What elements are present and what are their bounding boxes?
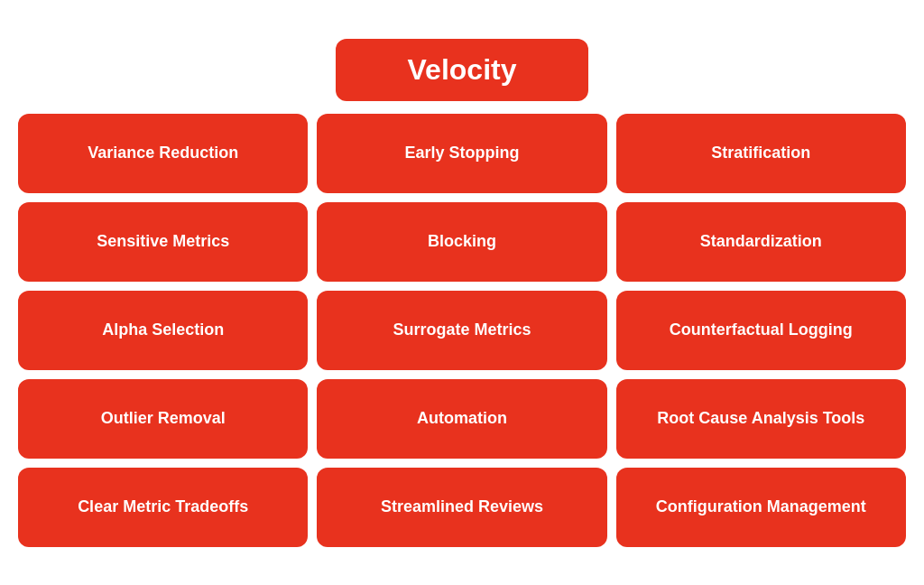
cell-clear-metric-tradeoffs: Clear Metric Tradeoffs: [18, 468, 308, 547]
cell-early-stopping: Early Stopping: [317, 114, 606, 193]
cell-outlier-removal: Outlier Removal: [18, 379, 308, 459]
feature-grid: Variance ReductionEarly StoppingStratifi…: [18, 114, 906, 547]
cell-streamlined-reviews: Streamlined Reviews: [317, 468, 606, 547]
page-container: Velocity Variance ReductionEarly Stoppin…: [0, 0, 924, 585]
cell-alpha-selection: Alpha Selection: [18, 291, 308, 370]
cell-variance-reduction: Variance Reduction: [18, 114, 308, 193]
header-section: Velocity: [18, 39, 906, 101]
cell-counterfactual-logging: Counterfactual Logging: [616, 291, 906, 370]
cell-standardization: Standardization: [616, 202, 906, 282]
cell-sensitive-metrics: Sensitive Metrics: [18, 202, 308, 282]
cell-automation: Automation: [317, 379, 606, 459]
cell-surrogate-metrics: Surrogate Metrics: [317, 291, 606, 370]
velocity-title: Velocity: [336, 39, 588, 101]
cell-configuration-management: Configuration Management: [616, 468, 906, 547]
cell-stratification: Stratification: [616, 114, 906, 193]
cell-root-cause-analysis-tools: Root Cause Analysis Tools: [616, 379, 906, 459]
cell-blocking: Blocking: [317, 202, 606, 282]
